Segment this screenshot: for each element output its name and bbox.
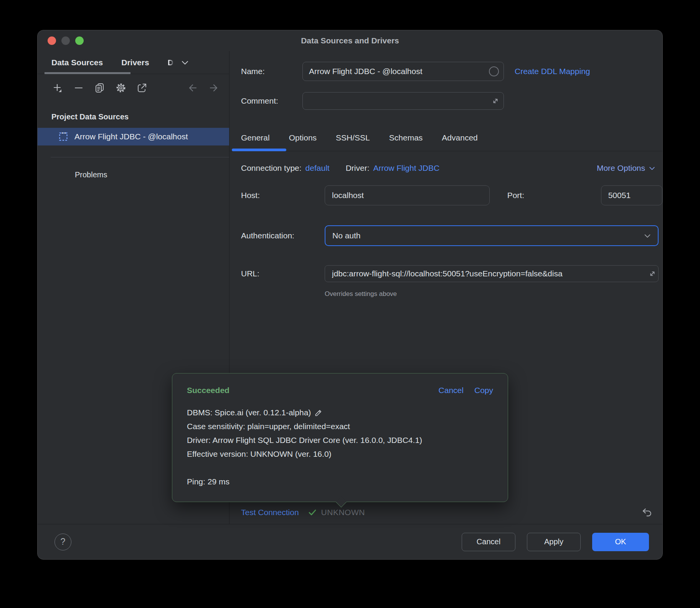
connection-result-text: UNKNOWN bbox=[321, 508, 365, 517]
expand-comment-icon[interactable] bbox=[491, 97, 500, 105]
connection-type-label: Connection type: bbox=[241, 164, 302, 173]
back-arrow-icon[interactable] bbox=[187, 82, 199, 94]
popup-case-sensitivity-line: Case sensitivity: plain=upper, delimited… bbox=[187, 420, 493, 433]
titlebar: Data Sources and Drivers bbox=[38, 30, 662, 51]
open-in-new-window-icon[interactable] bbox=[136, 82, 148, 94]
test-connection-link[interactable]: Test Connection bbox=[241, 508, 299, 517]
connection-type-value-link[interactable]: default bbox=[305, 164, 330, 173]
project-data-sources-header: Project Data Sources bbox=[38, 111, 229, 122]
url-label: URL: bbox=[241, 269, 325, 278]
tab-overflow-chevron-down-icon[interactable] bbox=[180, 58, 190, 67]
dialog-footer: ? Cancel Apply OK bbox=[38, 524, 662, 559]
tab-options[interactable]: Options bbox=[289, 133, 317, 142]
tab-drivers[interactable]: Drivers bbox=[121, 58, 149, 67]
more-options-button[interactable]: More Options bbox=[597, 164, 656, 173]
popup-effective-version-line: Effective version: UNKNOWN (ver. 16.0) bbox=[187, 447, 493, 461]
name-label: Name: bbox=[241, 67, 302, 76]
tab-schemas[interactable]: Schemas bbox=[389, 133, 423, 142]
select-chevron-down-icon bbox=[643, 231, 652, 240]
tree-item-arrow-flight-jdbc[interactable]: Arrow Flight JDBC - @localhost bbox=[38, 128, 229, 145]
port-label: Port: bbox=[507, 191, 591, 200]
success-check-icon bbox=[307, 507, 317, 517]
edit-pencil-icon[interactable] bbox=[314, 408, 323, 417]
port-input[interactable]: 50051 bbox=[601, 185, 662, 205]
form-header: Name: Arrow Flight JDBC - @localhost Cre… bbox=[229, 51, 662, 110]
host-label: Host: bbox=[241, 191, 325, 200]
comment-label: Comment: bbox=[241, 96, 302, 106]
window-title: Data Sources and Drivers bbox=[38, 36, 662, 45]
popup-copy-link[interactable]: Copy bbox=[474, 386, 493, 395]
popup-ping-line: Ping: 29 ms bbox=[187, 475, 493, 489]
gear-icon[interactable] bbox=[115, 82, 127, 94]
sidebar-toolbar bbox=[38, 74, 229, 102]
tab-general[interactable]: General bbox=[241, 133, 270, 142]
dialog-data-sources-and-drivers: Data Sources and Drivers Data Sources Dr… bbox=[37, 30, 663, 560]
comment-input[interactable] bbox=[302, 92, 504, 110]
remove-data-source-icon[interactable] bbox=[73, 82, 85, 94]
popup-dbms-text: DBMS: Spice.ai (ver. 0.12.1-alpha) bbox=[187, 406, 311, 420]
forward-arrow-icon[interactable] bbox=[208, 82, 220, 94]
url-value: jdbc:arrow-flight-sql://localhost:50051?… bbox=[332, 269, 563, 278]
screenshot-canvas: Data Sources and Drivers Data Sources Dr… bbox=[0, 0, 700, 608]
test-connection-result-popup: Succeeded Cancel Copy DBMS: Spice.ai (ve… bbox=[172, 373, 508, 502]
tab-advanced[interactable]: Advanced bbox=[442, 133, 477, 142]
active-tab-indicator bbox=[45, 72, 130, 74]
authentication-value: No auth bbox=[332, 231, 361, 240]
name-value: Arrow Flight JDBC - @localhost bbox=[309, 67, 423, 76]
tab-ddl-mappings-truncated[interactable]: D bbox=[168, 58, 173, 67]
more-options-label: More Options bbox=[597, 164, 645, 173]
port-value: 50051 bbox=[608, 191, 631, 200]
sidebar-tab-strip: Data Sources Drivers D bbox=[38, 51, 229, 74]
cancel-button[interactable]: Cancel bbox=[462, 533, 515, 551]
url-caption: Overrides settings above bbox=[325, 290, 662, 298]
settings-tab-strip: General Options SSH/SSL Schemas Advanced bbox=[229, 119, 662, 151]
add-data-source-icon[interactable] bbox=[51, 82, 64, 94]
duplicate-icon[interactable] bbox=[94, 82, 106, 94]
url-input[interactable]: jdbc:arrow-flight-sql://localhost:50051?… bbox=[325, 265, 659, 282]
host-input[interactable]: localhost bbox=[325, 185, 490, 205]
driver-value-link[interactable]: Arrow Flight JDBC bbox=[373, 164, 440, 173]
ok-button[interactable]: OK bbox=[592, 533, 649, 551]
host-value: localhost bbox=[332, 191, 364, 200]
help-button[interactable]: ? bbox=[54, 534, 71, 550]
data-source-icon bbox=[58, 132, 68, 142]
authentication-select[interactable]: No auth bbox=[325, 225, 659, 246]
popup-status-succeeded: Succeeded bbox=[187, 386, 229, 395]
name-input[interactable]: Arrow Flight JDBC - @localhost bbox=[302, 62, 504, 81]
tree-item-problems[interactable]: Problems bbox=[38, 169, 229, 180]
popup-driver-line: Driver: Arrow Flight SQL JDBC Driver Cor… bbox=[187, 433, 493, 447]
popup-dbms-line: DBMS: Spice.ai (ver. 0.12.1-alpha) bbox=[187, 406, 493, 420]
expand-url-icon[interactable] bbox=[648, 269, 657, 278]
active-settings-tab-indicator bbox=[232, 149, 286, 151]
revert-icon[interactable] bbox=[641, 507, 652, 518]
driver-label: Driver: bbox=[346, 164, 370, 173]
apply-button[interactable]: Apply bbox=[527, 533, 581, 551]
authentication-label: Authentication: bbox=[241, 231, 325, 240]
name-field-spinner-icon bbox=[489, 66, 499, 76]
create-ddl-mapping-link[interactable]: Create DDL Mapping bbox=[515, 67, 590, 76]
popup-cancel-link[interactable]: Cancel bbox=[439, 386, 464, 395]
tab-ssh-ssl[interactable]: SSH/SSL bbox=[336, 133, 370, 142]
test-connection-bar: Test Connection UNKNOWN bbox=[229, 501, 662, 524]
tab-data-sources[interactable]: Data Sources bbox=[51, 58, 103, 67]
tree-divider bbox=[51, 157, 229, 157]
tree-item-label: Arrow Flight JDBC - @localhost bbox=[74, 132, 188, 141]
chevron-down-icon bbox=[648, 164, 656, 172]
